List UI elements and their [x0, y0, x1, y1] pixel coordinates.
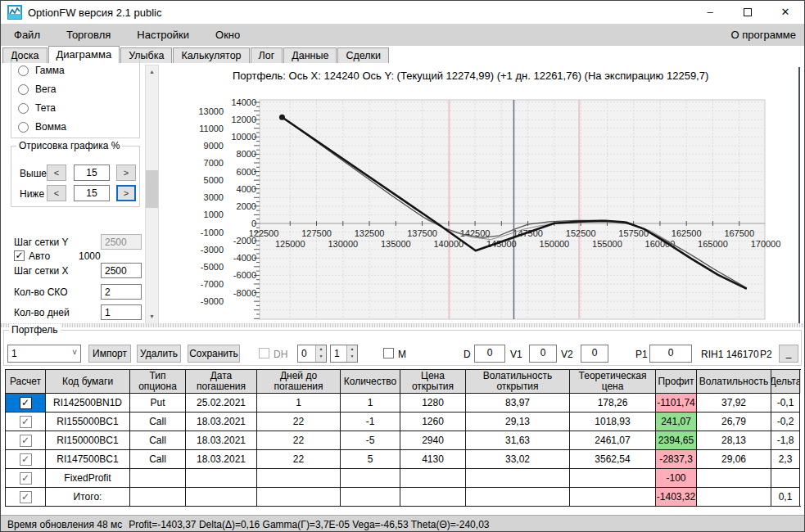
menu-bar: ФайлТорговляНастройкиОкно О программе — [1, 24, 804, 46]
scroll-down-button[interactable]: ▼ — [146, 310, 158, 323]
grid-step-x-input[interactable]: 2500 — [101, 263, 142, 278]
below-increase-button[interactable]: > — [116, 185, 136, 201]
import-button[interactable]: Импорт — [88, 345, 131, 363]
x-tick-label: 137500 — [407, 228, 437, 238]
scrollbar-thumb[interactable] — [146, 170, 158, 208]
calc-checkbox-cell[interactable]: ✓ — [6, 488, 46, 507]
tab-dannye[interactable]: Данные — [283, 47, 337, 63]
y-tick-label: 0 — [251, 219, 256, 228]
menu-item-about[interactable]: О программе — [722, 24, 804, 46]
row-checkbox[interactable]: ✓ — [20, 435, 32, 447]
table-cell — [186, 469, 257, 488]
spinner-arrows-icon[interactable]: ▲▼ — [346, 345, 357, 362]
menu-item-settings[interactable]: Настройки — [124, 24, 202, 46]
scroll-up-button[interactable]: ▲ — [146, 65, 158, 79]
maximize-icon — [744, 8, 752, 16]
above-increase-button[interactable]: > — [116, 165, 136, 181]
x-tick-label: 150000 — [540, 239, 570, 249]
table-row[interactable]: ✓RI147500BC1Call18.03.2021225413033,0235… — [6, 450, 801, 469]
x-tick-label: 132500 — [355, 228, 385, 238]
tab-kalkulyator[interactable]: Калькулятор — [173, 47, 249, 63]
below-decrease-button[interactable]: < — [47, 185, 66, 201]
calc-checkbox-cell[interactable]: ✓ — [6, 394, 46, 413]
x-tick-label: 160000 — [645, 239, 676, 249]
v1-input[interactable]: 0 — [529, 345, 557, 363]
d-input[interactable]: 0 — [474, 345, 505, 363]
column-header: Профит — [656, 370, 697, 394]
table-cell: 2394,65 — [656, 431, 697, 450]
greek-radio-vega[interactable]: Вега — [18, 82, 56, 97]
below-percent-input[interactable]: 15 — [74, 185, 110, 201]
title-bar[interactable]: OptionFW версия 2.1 public – ✕ — [1, 1, 804, 24]
profit-chart[interactable]: -8000-6000-4000-200002000400060008000100… — [165, 91, 805, 328]
grid-step-y-input: 2500 — [101, 234, 142, 250]
above-label: Выше — [20, 168, 47, 179]
delete-button[interactable]: Удалить — [137, 345, 181, 363]
app-logo-icon — [7, 5, 22, 20]
greek-radio-gamma[interactable]: Гамма — [18, 63, 65, 78]
tab-log[interactable]: Лог — [251, 47, 283, 63]
row-checkbox[interactable]: ✓ — [20, 491, 32, 503]
greek-radio-vomma[interactable]: Вомма — [18, 119, 66, 134]
m-label: M — [398, 349, 406, 360]
p1-input[interactable]: 0 — [649, 345, 692, 363]
table-row[interactable]: ✓RI142500BN1DPut25.02.202111128083,97178… — [6, 394, 801, 413]
table-row[interactable]: ✓RI150000BC1Call18.03.202122-5294031,632… — [6, 431, 801, 450]
table-cell — [697, 469, 771, 488]
table-cell: 1 — [341, 394, 400, 413]
y-tick-label: 6000 — [237, 167, 256, 177]
dh-spinner-2[interactable]: 1 ▲▼ — [330, 345, 358, 363]
cursor-point-marker — [279, 115, 285, 120]
spinner-arrows-icon[interactable]: ▲▼ — [315, 345, 326, 362]
table-header-row: РасчетКод бумагиТип опционаДата погашени… — [6, 370, 801, 394]
y-tick-label: 5000 — [204, 175, 224, 185]
v2-input[interactable]: 0 — [581, 345, 608, 363]
table-cell: -1,8 — [771, 431, 800, 450]
dh-spinner-1[interactable]: 0 ▲▼ — [297, 345, 327, 363]
horizontal-splitter[interactable] — [1, 323, 805, 327]
menu-item-window[interactable]: Окно — [202, 24, 253, 46]
radio-icon — [18, 84, 29, 95]
table-row[interactable]: ✓FixedProfit-100 — [6, 469, 801, 488]
portfolio-select[interactable]: 1 ˅ — [7, 345, 81, 363]
table-cell: 37,92 — [697, 394, 771, 413]
table-cell: 241,07 — [656, 413, 697, 431]
minimize-button[interactable]: – — [691, 1, 729, 24]
table-cell: 26,79 — [697, 413, 771, 431]
calc-checkbox-cell[interactable]: ✓ — [6, 413, 46, 431]
calc-checkbox-cell[interactable]: ✓ — [6, 469, 46, 488]
row-checkbox[interactable]: ✓ — [20, 472, 32, 485]
greek-radio-theta[interactable]: Тета — [18, 101, 56, 115]
menu-item-trading[interactable]: Торговля — [53, 24, 124, 46]
calc-checkbox-cell[interactable]: ✓ — [6, 450, 46, 469]
above-percent-input[interactable]: 15 — [74, 165, 110, 181]
table-row[interactable]: ✓Итого:-1403,320,1 — [6, 488, 801, 507]
m-checkbox[interactable] — [383, 348, 394, 358]
row-checkbox[interactable]: ✓ — [20, 397, 32, 409]
days-count-input[interactable]: 1 — [101, 304, 142, 320]
row-checkbox[interactable]: ✓ — [20, 453, 32, 466]
table-cell: 2461,07 — [570, 431, 656, 450]
close-button[interactable]: ✕ — [767, 1, 804, 24]
maximize-button[interactable] — [729, 1, 767, 24]
p2-button[interactable]: _ — [779, 345, 798, 363]
sko-count-input[interactable]: 2 — [101, 284, 142, 300]
above-decrease-button[interactable]: < — [47, 165, 66, 181]
row-checkbox[interactable]: ✓ — [20, 416, 32, 428]
column-header: Теоретическая цена — [570, 370, 656, 394]
menu-item-file[interactable]: Файл — [1, 24, 53, 46]
p1-label: P1 — [635, 349, 648, 360]
tab-diagramma[interactable]: Диаграмма — [48, 46, 120, 63]
y-tick-label: 8000 — [237, 149, 256, 159]
days-count-label: Кол-во дней — [14, 307, 70, 318]
table-row[interactable]: ✓RI155000BC1Call18.03.202122-1126029,131… — [6, 413, 801, 431]
left-panel-scrollbar[interactable]: ▲ ▼ — [145, 65, 159, 324]
table-cell — [466, 469, 570, 488]
save-button[interactable]: Сохранить — [188, 345, 240, 363]
x-tick-label: 122500 — [249, 228, 279, 238]
y-tick-label: -4000 — [233, 253, 256, 263]
calc-checkbox-cell[interactable]: ✓ — [6, 431, 46, 450]
positions-table: РасчетКод бумагиТип опционаДата погашени… — [5, 369, 801, 507]
auto-checkbox[interactable]: ✓ — [14, 250, 25, 261]
tab-sdelki[interactable]: Сделки — [337, 47, 389, 63]
